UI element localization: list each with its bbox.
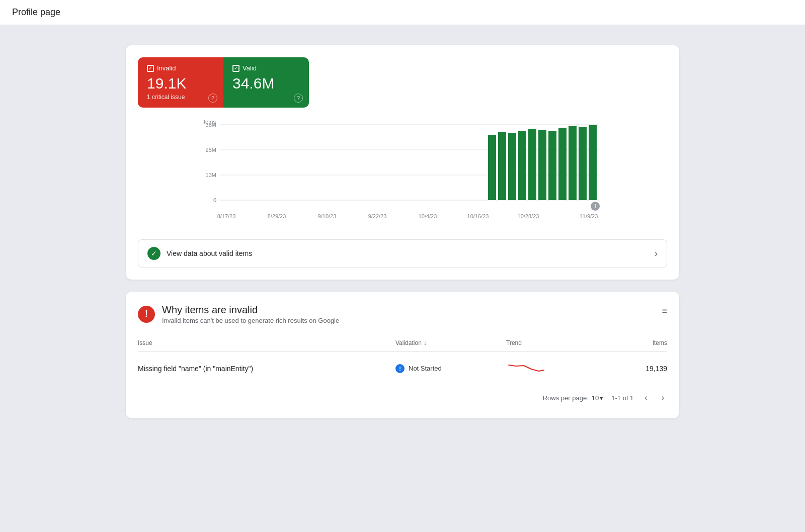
- svg-rect-11: [508, 133, 516, 200]
- valid-check-icon: ✓: [147, 247, 160, 260]
- svg-text:10/28/23: 10/28/23: [518, 213, 539, 219]
- svg-rect-12: [518, 131, 526, 200]
- th-validation[interactable]: Validation ↓: [395, 339, 506, 346]
- svg-text:0: 0: [213, 197, 216, 203]
- view-data-row[interactable]: ✓ View data about valid items ›: [138, 239, 667, 268]
- rows-per-page-label: Rows per page:: [543, 394, 589, 402]
- svg-text:1: 1: [594, 204, 597, 209]
- rows-per-page: Rows per page: 10 ▾: [543, 394, 604, 402]
- view-data-left: ✓ View data about valid items: [147, 247, 252, 260]
- pagination-row: Rows per page: 10 ▾ 1-1 of 1 ‹ ›: [138, 385, 667, 406]
- section-subtitle: Invalid items can't be used to generate …: [162, 317, 339, 324]
- svg-text:8/29/23: 8/29/23: [268, 213, 286, 219]
- error-icon: !: [138, 306, 155, 323]
- chart-svg: 38M 25M 13M 0 Items: [138, 118, 667, 228]
- invalid-stat-box[interactable]: ✓ Invalid 19.1K 1 critical issue ?: [138, 57, 223, 108]
- svg-rect-17: [569, 126, 577, 200]
- svg-rect-13: [528, 129, 536, 200]
- stats-row: ✓ Invalid 19.1K 1 critical issue ? ✓ Val…: [138, 57, 309, 108]
- valid-help-icon[interactable]: ?: [294, 94, 303, 103]
- invalid-help-icon[interactable]: ?: [208, 94, 217, 103]
- validation-status: ! Not Started: [395, 364, 506, 373]
- svg-text:8/17/23: 8/17/23: [217, 213, 236, 219]
- svg-rect-16: [558, 128, 567, 200]
- svg-text:9/10/23: 9/10/23: [318, 213, 337, 219]
- svg-text:Items: Items: [202, 119, 216, 125]
- page-title: Profile page: [0, 0, 805, 25]
- not-started-icon: !: [395, 364, 405, 373]
- next-page-button[interactable]: ›: [659, 391, 667, 404]
- prev-page-button[interactable]: ‹: [641, 391, 650, 404]
- th-issue: Issue: [138, 339, 395, 346]
- dropdown-arrow-icon: ▾: [600, 394, 603, 402]
- invalid-label: ✓ Invalid: [147, 64, 214, 72]
- svg-rect-9: [488, 135, 496, 200]
- chart-container: 38M 25M 13M 0 Items: [138, 118, 667, 235]
- valid-checkbox-icon: ✓: [232, 65, 239, 72]
- svg-text:13M: 13M: [206, 172, 216, 178]
- svg-text:25M: 25M: [206, 147, 216, 153]
- svg-rect-14: [538, 130, 546, 200]
- th-items: Items: [607, 339, 667, 346]
- validation-label: Not Started: [409, 365, 442, 372]
- items-count: 19,139: [607, 365, 667, 373]
- rows-per-page-dropdown[interactable]: 10 ▾: [592, 394, 603, 402]
- rows-per-page-value: 10: [592, 394, 599, 402]
- chevron-right-icon: ›: [655, 248, 658, 259]
- section-title: Why items are invalid: [162, 304, 339, 316]
- svg-text:9/22/23: 9/22/23: [368, 213, 387, 219]
- valid-label: ✓ Valid: [232, 64, 300, 72]
- svg-text:10/16/23: 10/16/23: [467, 213, 489, 219]
- table-header: Issue Validation ↓ Trend Items: [138, 334, 667, 352]
- invalid-sub: 1 critical issue: [147, 94, 214, 101]
- table-row: Missing field "name" (in "mainEntity") !…: [138, 352, 667, 385]
- trend-cell: [506, 360, 607, 377]
- th-trend: Trend: [506, 339, 607, 346]
- valid-stat-box[interactable]: ✓ Valid 34.6M ?: [223, 57, 309, 108]
- invalid-items-card: ! Why items are invalid Invalid items ca…: [126, 292, 679, 418]
- page-info: 1-1 of 1: [611, 394, 633, 402]
- stats-chart-card: ✓ Invalid 19.1K 1 critical issue ? ✓ Val…: [126, 45, 679, 280]
- svg-text:10/4/23: 10/4/23: [419, 213, 437, 219]
- filter-icon[interactable]: ≡: [662, 306, 667, 316]
- svg-text:11/9/23: 11/9/23: [580, 213, 598, 219]
- validation-badge: ! Not Started: [395, 364, 506, 373]
- section-title-group: ! Why items are invalid Invalid items ca…: [138, 304, 339, 324]
- issue-name: Missing field "name" (in "mainEntity"): [138, 365, 395, 373]
- section-title-text: Why items are invalid Invalid items can'…: [162, 304, 339, 324]
- svg-rect-19: [589, 125, 597, 200]
- invalid-checkbox-icon: ✓: [147, 65, 154, 72]
- sort-icon: ↓: [424, 339, 427, 346]
- valid-value: 34.6M: [232, 75, 300, 92]
- view-data-text: View data about valid items: [167, 249, 252, 257]
- trend-chart: [506, 360, 546, 375]
- invalid-value: 19.1K: [147, 75, 214, 92]
- svg-rect-18: [579, 127, 587, 200]
- svg-rect-10: [498, 132, 506, 200]
- section-header: ! Why items are invalid Invalid items ca…: [138, 304, 667, 324]
- svg-rect-15: [548, 131, 556, 200]
